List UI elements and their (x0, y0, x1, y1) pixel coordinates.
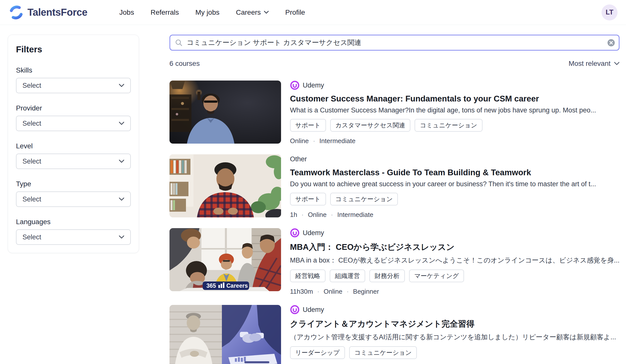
course-tags: サポートコミュニケーション (290, 193, 620, 205)
course-body: Udemy Customer Success Manager: Fundamen… (290, 81, 620, 145)
udemy-logo-icon (290, 305, 300, 314)
course-title[interactable]: Customer Success Manager: Fundamentals t… (290, 94, 620, 103)
course-list: Udemy Customer Success Manager: Fundamen… (169, 81, 620, 364)
type-select[interactable]: Select (16, 191, 131, 207)
filter-group-languages: Languages Select (16, 218, 131, 245)
provider-row: Udemy (290, 81, 620, 90)
course-thumbnail[interactable] (169, 154, 281, 217)
course-tags: サポートカスタマーサクセス関連コミュニケーション (290, 119, 620, 132)
course-tags: リーダーシップコミュニケーション (290, 346, 620, 359)
filter-label: Languages (16, 218, 131, 226)
udemy-logo-icon (290, 228, 300, 238)
course-title[interactable]: Teamwork Masterclass - Guide To Team Bui… (290, 168, 620, 177)
365-careers-badge: 365 Careers (203, 281, 249, 290)
course-meta-item: Online (323, 288, 342, 295)
course-meta-item: Beginner (353, 288, 379, 295)
level-select[interactable]: Select (16, 154, 131, 169)
select-value: Select (22, 120, 41, 127)
filter-group-skills: Skills Select (16, 66, 131, 93)
languages-select[interactable]: Select (16, 229, 131, 245)
svg-text:365: 365 (206, 282, 216, 289)
provider-name: Udemy (303, 306, 324, 314)
course-card[interactable]: Udemy Customer Success Manager: Fundamen… (169, 81, 620, 145)
meta-separator: · (347, 288, 349, 295)
course-tag: コミュニケーション (415, 119, 482, 132)
clear-search-button[interactable] (607, 39, 615, 47)
course-meta-item: Online (290, 137, 309, 145)
course-tag: カスタマーサクセス関連 (330, 119, 411, 132)
search-bar (169, 35, 620, 51)
nav-item-profile[interactable]: Profile (285, 8, 305, 16)
skills-select[interactable]: Select (16, 78, 131, 93)
course-meta-item: 1h (290, 211, 297, 219)
filter-label: Level (16, 142, 131, 150)
filters-panel: Filters Skills Select Provider Select Le… (8, 35, 139, 253)
chevron-down-icon (119, 84, 124, 87)
provider-row: Other (290, 154, 620, 164)
course-card[interactable]: Udemy クライアント＆アカウントマネジメント完全習得 （アカウント管理を支援… (169, 305, 620, 364)
filter-label: Provider (16, 104, 131, 112)
provider-name: Udemy (303, 82, 324, 89)
filter-group-provider: Provider Select (16, 104, 131, 131)
select-value: Select (22, 233, 41, 241)
course-card[interactable]: 365 Careers Udemy MBA入門： CEOから学ぶビジネスレッスン… (169, 228, 620, 295)
provider-row: Udemy (290, 228, 620, 238)
nav-item-my-jobs[interactable]: My jobs (195, 8, 219, 16)
course-description: Do you want to achieve great success in … (290, 180, 620, 188)
filter-label: Skills (16, 66, 131, 74)
filter-label: Type (16, 180, 131, 188)
course-thumbnail[interactable] (169, 81, 281, 144)
brand-name: TalentsForce (27, 7, 87, 18)
search-input[interactable] (169, 35, 620, 51)
course-body: Other Teamwork Masterclass - Guide To Te… (290, 154, 620, 219)
provider-select[interactable]: Select (16, 116, 131, 131)
course-body: Udemy MBA入門： CEOから学ぶビジネスレッスン MBA in a bo… (290, 228, 620, 295)
course-title[interactable]: MBA入門： CEOから学ぶビジネスレッスン (290, 242, 620, 253)
course-description: MBA in a box： CEOが教えるビジネスレッスンへようこそ！このオンラ… (290, 256, 620, 265)
course-thumbnail[interactable]: 365 Careers (169, 228, 281, 291)
results-count: 6 courses (169, 60, 200, 68)
course-tag: コミュニケーション (349, 346, 417, 359)
chevron-down-icon (119, 160, 124, 163)
chevron-down-icon (119, 122, 124, 125)
select-value: Select (22, 82, 41, 90)
thumbnail-handshake-image (169, 305, 281, 364)
course-title[interactable]: クライアント＆アカウントマネジメント完全習得 (290, 318, 620, 330)
course-card[interactable]: Other Teamwork Masterclass - Guide To Te… (169, 154, 620, 219)
select-value: Select (22, 158, 41, 165)
course-tag: マーケティング (409, 270, 464, 282)
provider-row: Udemy (290, 305, 620, 314)
provider-name: Udemy (303, 229, 324, 237)
course-description: （アカウント管理を支援するAI活用に関する新コンテンツを追加しました）リピーター… (290, 333, 620, 342)
filters-title: Filters (16, 44, 131, 54)
sort-label: Most relevant (569, 60, 611, 68)
course-meta: 11h30m·Online·Beginner (290, 288, 620, 295)
course-meta-item: Intermediate (337, 211, 373, 219)
brand-logo[interactable]: TalentsForce (9, 5, 87, 20)
provider-name: Other (290, 155, 307, 163)
select-value: Select (22, 195, 41, 203)
course-meta-item: Intermediate (319, 137, 356, 145)
nav-label: My jobs (195, 8, 219, 16)
meta-separator: · (317, 288, 319, 295)
course-description: What is a Customer Success Manager?In th… (290, 106, 620, 114)
chevron-down-icon (119, 197, 124, 201)
course-meta-item: 11h30m (290, 288, 313, 295)
filter-group-type: Type Select (16, 180, 131, 207)
course-tag: 経営戦略 (290, 270, 325, 282)
filter-group-level: Level Select (16, 142, 131, 169)
nav-item-careers[interactable]: Careers (236, 8, 269, 16)
course-tag: リーダーシップ (290, 346, 345, 359)
top-navbar: TalentsForce Jobs Referrals My jobs Care… (0, 0, 626, 25)
sort-dropdown[interactable]: Most relevant (569, 60, 620, 68)
meta-separator: · (302, 211, 304, 219)
results-header: 6 courses Most relevant (169, 60, 620, 68)
course-meta: 1h·Online·Intermediate (290, 211, 620, 219)
nav-item-referrals[interactable]: Referrals (151, 8, 179, 16)
course-meta-item: Online (308, 211, 326, 219)
course-thumbnail[interactable] (169, 305, 281, 364)
course-tags: 経営戦略組織運営財務分析マーケティング (290, 270, 620, 282)
nav-label: Careers (236, 8, 261, 16)
user-avatar[interactable]: LT (602, 4, 618, 20)
nav-item-jobs[interactable]: Jobs (119, 8, 134, 16)
